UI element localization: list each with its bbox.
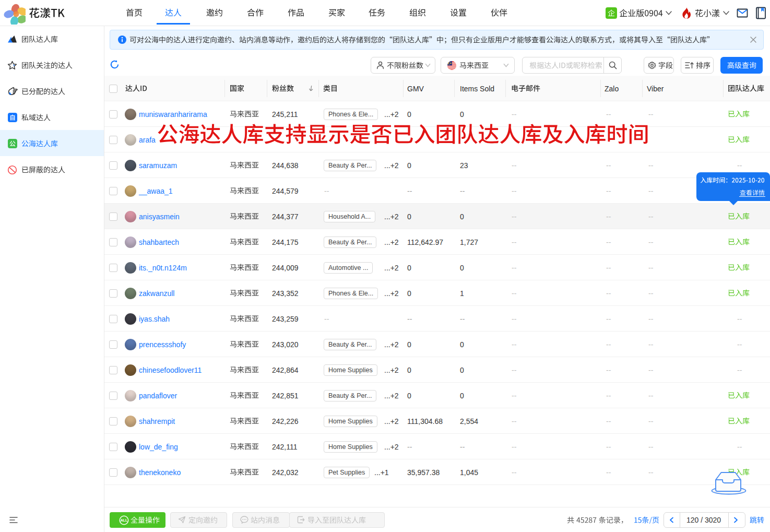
svg-text:ALL: ALL	[121, 518, 128, 522]
